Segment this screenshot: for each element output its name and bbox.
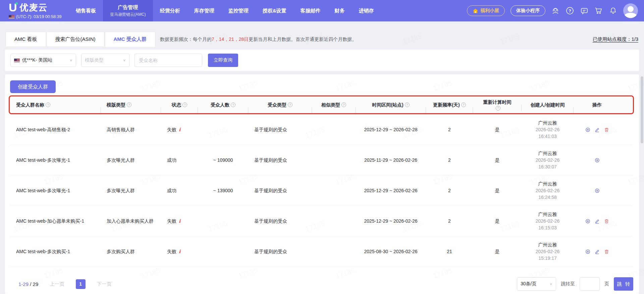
cell: 基于规则的受众 (248, 126, 312, 133)
scrollbar-thumb[interactable] (641, 76, 643, 143)
created-datetime: 2026-02-26 (536, 157, 560, 163)
cell: AMC test-web-加心愿单未购买-1 (10, 218, 101, 225)
jump-to-label: 跳转至 (561, 281, 575, 287)
error-info-icon[interactable]: i (179, 248, 180, 255)
help-icon[interactable]: ? (461, 102, 466, 107)
prev-page-button[interactable]: 上一页 (50, 281, 64, 287)
welfare-button-label: 福利小屋 (480, 8, 499, 14)
nav-item-进销存[interactable]: 进销存 (352, 0, 381, 21)
table-row: 广州云雅 (10, 267, 633, 274)
pagination-range: 1-29 / 29 (18, 281, 38, 287)
delete-button[interactable] (604, 249, 609, 254)
template-type-select[interactable]: 模版类型 ∨ (81, 54, 129, 67)
creator-info: 广州云雅2026-02-2615:19:17 (536, 241, 560, 262)
help-icon[interactable]: ? (231, 102, 235, 107)
help-icon[interactable]: ? (46, 102, 50, 107)
tab-AMC 受众人群[interactable]: AMC 受众人群 (105, 32, 155, 47)
created-datetime: 15:19:17 (538, 255, 557, 262)
tab-搜索广告位(ASIN)[interactable]: 搜索广告位(ASIN) (47, 32, 104, 47)
col-header: 受众人群名称? (10, 102, 101, 108)
error-info-icon[interactable]: i (179, 126, 180, 133)
nav-item-授权&设置[interactable]: 授权&设置 (256, 0, 293, 21)
cell: 基于规则的受众 (248, 248, 312, 255)
nav-item-财务[interactable]: 财务 (328, 0, 352, 21)
cell (574, 219, 621, 224)
audience-name-input[interactable] (135, 54, 202, 67)
create-audience-button[interactable]: 创建受众人群 (10, 80, 56, 93)
col-header-label: 创建人/创建时间 (531, 102, 565, 108)
page-tabbar: AMC 看板搜索广告位(ASIN)AMC 受众人群 数据更新频次：每个月的 7，… (6, 32, 638, 47)
col-header-label: 操作 (592, 102, 602, 108)
site-select[interactable]: 优***K- 美国站 ∨ (10, 54, 76, 67)
view-button[interactable] (585, 127, 590, 132)
cell: 2 (426, 218, 473, 225)
jump-button[interactable]: 跳 转 (614, 277, 633, 291)
edit-button[interactable] (595, 219, 600, 224)
cell: 广州云雅2026-02-2616:24:58 (522, 180, 574, 201)
view-button[interactable] (595, 188, 600, 193)
help-icon[interactable]: ? (127, 102, 131, 107)
creator-info: 广州云雅2026-02-2616:24:58 (536, 180, 560, 201)
cell: AMC test-web-多次曝光-1 (10, 157, 101, 164)
cell: 是 (473, 157, 522, 164)
help-icon[interactable]: ? (566, 6, 574, 15)
bell-icon[interactable] (609, 6, 618, 15)
nav-item-经营分析[interactable]: 经营分析 (153, 0, 187, 21)
help-icon[interactable]: ? (341, 102, 346, 107)
filter-card: 优***K- 美国站 ∨ 模版类型 ∨ 立即查询 (5, 50, 639, 71)
view-button[interactable] (585, 219, 590, 224)
feedback-icon[interactable] (580, 6, 589, 15)
col-header: 时间区间(站点)? (356, 102, 426, 108)
creator-info: 广州云雅2026-02-2616:41:03 (536, 120, 560, 140)
creator-name: 广州云雅 (538, 150, 557, 157)
time-range: 2025-12-29 ~ 2026-02-26 (364, 218, 417, 225)
error-info-icon[interactable]: i (179, 218, 180, 225)
page-number-button[interactable]: 1 (76, 279, 86, 289)
tab-AMC 看板[interactable]: AMC 看板 (6, 32, 46, 47)
nav-item-sublabel: 亚马逊营销云(AMC) (110, 12, 146, 17)
svg-text:?: ? (569, 8, 571, 13)
col-header-label: 状态 (172, 102, 181, 108)
delete-button[interactable] (604, 127, 609, 132)
cell: 2025-12-29 ~ 2026-02-26 (356, 218, 426, 225)
nav-item-客服邮件[interactable]: 客服邮件 (293, 0, 328, 21)
table-row: AMC test-web-多次购买-1多次购买人群失败i基于规则的受众2025-… (10, 236, 633, 267)
view-button[interactable] (595, 158, 600, 163)
app-logo[interactable]: U 优麦云 (9, 1, 48, 13)
creator-name: 广州云雅 (538, 180, 557, 187)
edit-button[interactable] (595, 249, 600, 254)
nav-item-库存管理[interactable]: 库存管理 (187, 0, 221, 21)
user-avatar[interactable] (623, 3, 638, 18)
welfare-house-button[interactable]: 福利小屋 (467, 5, 505, 16)
nav-item-广告管理[interactable]: 广告管理亚马逊营销云(AMC) (103, 0, 153, 21)
nav-item-销售看板[interactable]: 销售看板 (69, 0, 103, 21)
page-size-select[interactable]: 30条/页 ∨ (517, 277, 556, 291)
jump-page-input[interactable] (580, 277, 600, 291)
row-actions (595, 158, 600, 163)
view-button[interactable] (585, 249, 590, 254)
created-datetime: 16:15:03 (538, 224, 557, 231)
support-icon[interactable] (551, 6, 560, 15)
timezone-text: (UTC-7): 03/19 00:58:39 (16, 14, 62, 19)
cell: 广州云雅2026-02-2616:41:03 (522, 120, 574, 140)
help-icon[interactable]: ? (182, 102, 187, 107)
template-select-placeholder: 模版类型 (85, 57, 104, 63)
miniapp-button[interactable]: 体验小程序 (511, 5, 545, 16)
cell: 加入心愿单未购买人群 (101, 218, 161, 225)
help-icon[interactable]: ? (405, 102, 410, 107)
cart-icon[interactable] (594, 6, 603, 15)
delete-button[interactable] (604, 219, 609, 224)
help-icon[interactable]: ? (496, 106, 500, 111)
next-page-button[interactable]: 下一页 (97, 281, 112, 287)
site-quota-link[interactable]: 已使用站点额度：1/3 (593, 32, 638, 47)
page-size-value: 30条/页 (521, 281, 536, 287)
edit-button[interactable] (595, 127, 600, 132)
status-text: 失败 (167, 218, 176, 225)
help-icon[interactable]: ? (288, 102, 292, 107)
cell: 21 (426, 248, 473, 255)
cell: 是 (473, 218, 522, 225)
nav-item-监控管理[interactable]: 监控管理 (221, 0, 256, 21)
col-header: 相似类型? (312, 102, 356, 108)
cell: 广州云雅2026-02-2616:30:07 (522, 150, 574, 170)
query-button[interactable]: 立即查询 (208, 54, 238, 67)
